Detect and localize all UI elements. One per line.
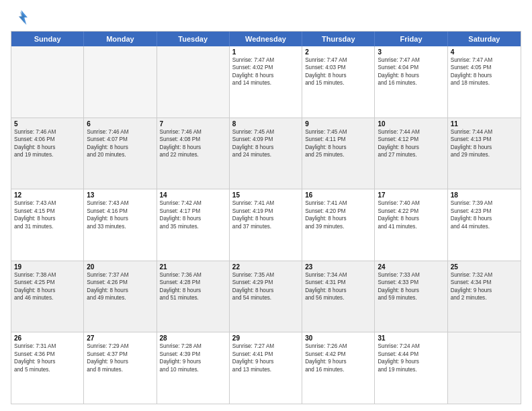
day-number: 13 bbox=[87, 191, 153, 199]
cell-info-line: and 29 minutes. bbox=[451, 151, 518, 158]
cell-info-line: Sunrise: 7:36 AM bbox=[160, 271, 226, 279]
cell-info-line: Sunset: 4:39 PM bbox=[160, 351, 226, 358]
cell-info-line: and 19 minutes. bbox=[14, 151, 81, 158]
day-number: 21 bbox=[160, 263, 226, 271]
day-number: 25 bbox=[451, 263, 518, 271]
calendar-header: SundayMondayTuesdayWednesdayThursdayFrid… bbox=[11, 32, 521, 46]
cell-info-line: Daylight: 8 hours bbox=[14, 287, 81, 294]
day-cell-21: 21Sunrise: 7:36 AMSunset: 4:28 PMDayligh… bbox=[157, 261, 230, 332]
cell-info-line: and 59 minutes. bbox=[378, 294, 444, 302]
page: SundayMondayTuesdayWednesdayThursdayFrid… bbox=[0, 0, 532, 411]
empty-cell bbox=[157, 46, 230, 118]
cell-info-line: and 16 minutes. bbox=[378, 79, 444, 87]
cell-info-line: and 41 minutes. bbox=[378, 223, 444, 230]
cell-info-line: Daylight: 8 hours bbox=[451, 72, 518, 79]
cell-info-line: Sunset: 4:44 PM bbox=[378, 351, 444, 358]
cell-info-line: Sunrise: 7:28 AM bbox=[160, 342, 226, 350]
cell-info-line: and 54 minutes. bbox=[232, 294, 299, 302]
cell-info-line: Sunset: 4:20 PM bbox=[305, 208, 371, 215]
cell-info-line: and 5 minutes. bbox=[14, 366, 81, 373]
cell-info-line: Daylight: 8 hours bbox=[232, 144, 299, 151]
day-cell-29: 29Sunrise: 7:27 AMSunset: 4:41 PMDayligh… bbox=[230, 332, 302, 404]
day-number: 6 bbox=[87, 120, 153, 128]
weekday-header-saturday: Saturday bbox=[448, 32, 521, 46]
day-number: 4 bbox=[451, 48, 518, 56]
day-cell-18: 18Sunrise: 7:39 AMSunset: 4:23 PMDayligh… bbox=[448, 189, 521, 261]
header bbox=[11, 8, 521, 27]
cell-info-line: Sunrise: 7:47 AM bbox=[378, 56, 444, 64]
cell-info-line: Sunrise: 7:33 AM bbox=[378, 271, 444, 279]
day-number: 23 bbox=[305, 263, 371, 271]
day-number: 30 bbox=[305, 334, 371, 342]
calendar-row-3: 19Sunrise: 7:38 AMSunset: 4:25 PMDayligh… bbox=[11, 261, 521, 332]
cell-info-line: Sunrise: 7:31 AM bbox=[14, 342, 81, 350]
cell-info-line: Sunrise: 7:44 AM bbox=[378, 128, 444, 136]
cell-info-line: Sunrise: 7:40 AM bbox=[378, 199, 444, 207]
day-cell-20: 20Sunrise: 7:37 AMSunset: 4:26 PMDayligh… bbox=[84, 261, 157, 332]
day-cell-1: 1Sunrise: 7:47 AMSunset: 4:02 PMDaylight… bbox=[230, 46, 302, 118]
cell-info-line: Daylight: 8 hours bbox=[232, 72, 299, 79]
cell-info-line: Sunrise: 7:47 AM bbox=[451, 56, 518, 64]
cell-info-line: Sunset: 4:19 PM bbox=[232, 208, 299, 215]
cell-info-line: Daylight: 8 hours bbox=[232, 287, 299, 294]
day-cell-15: 15Sunrise: 7:41 AMSunset: 4:19 PMDayligh… bbox=[230, 189, 302, 261]
cell-info-line: Sunset: 4:41 PM bbox=[232, 351, 299, 358]
day-cell-25: 25Sunrise: 7:32 AMSunset: 4:34 PMDayligh… bbox=[448, 261, 521, 332]
cell-info-line: and 33 minutes. bbox=[87, 223, 153, 230]
day-number: 16 bbox=[305, 191, 371, 199]
cell-info-line: Sunrise: 7:38 AM bbox=[14, 271, 81, 279]
calendar-row-2: 12Sunrise: 7:43 AMSunset: 4:15 PMDayligh… bbox=[11, 189, 521, 261]
cell-info-line: and 2 minutes. bbox=[451, 294, 518, 302]
cell-info-line: Sunset: 4:42 PM bbox=[305, 351, 371, 358]
cell-info-line: Sunrise: 7:39 AM bbox=[451, 199, 518, 207]
weekday-header-tuesday: Tuesday bbox=[157, 32, 230, 46]
day-number: 5 bbox=[14, 120, 81, 128]
cell-info-line: Daylight: 9 hours bbox=[232, 358, 299, 365]
calendar-row-0: 1Sunrise: 7:47 AMSunset: 4:02 PMDaylight… bbox=[11, 46, 521, 118]
day-cell-6: 6Sunrise: 7:46 AMSunset: 4:07 PMDaylight… bbox=[84, 118, 157, 189]
cell-info-line: and 44 minutes. bbox=[451, 223, 518, 230]
cell-info-line: Daylight: 8 hours bbox=[160, 144, 226, 151]
day-number: 24 bbox=[378, 263, 444, 271]
day-cell-31: 31Sunrise: 7:24 AMSunset: 4:44 PMDayligh… bbox=[375, 332, 447, 404]
cell-info-line: Sunrise: 7:43 AM bbox=[14, 199, 81, 207]
cell-info-line: and 15 minutes. bbox=[305, 79, 371, 87]
cell-info-line: Sunset: 4:33 PM bbox=[378, 279, 444, 286]
cell-info-line: Sunset: 4:11 PM bbox=[305, 136, 371, 143]
day-cell-10: 10Sunrise: 7:44 AMSunset: 4:12 PMDayligh… bbox=[375, 118, 447, 189]
day-number: 2 bbox=[305, 48, 371, 56]
cell-info-line: Daylight: 8 hours bbox=[378, 72, 444, 79]
day-number: 20 bbox=[87, 263, 153, 271]
cell-info-line: Daylight: 9 hours bbox=[87, 358, 153, 365]
weekday-header-monday: Monday bbox=[84, 32, 157, 46]
cell-info-line: Sunrise: 7:35 AM bbox=[232, 271, 299, 279]
cell-info-line: Daylight: 8 hours bbox=[451, 144, 518, 151]
cell-info-line: and 46 minutes. bbox=[14, 294, 81, 302]
cell-info-line: Daylight: 8 hours bbox=[451, 215, 518, 222]
day-number: 26 bbox=[14, 334, 81, 342]
cell-info-line: Sunset: 4:34 PM bbox=[451, 279, 518, 286]
day-cell-7: 7Sunrise: 7:46 AMSunset: 4:08 PMDaylight… bbox=[157, 118, 230, 189]
day-cell-13: 13Sunrise: 7:43 AMSunset: 4:16 PMDayligh… bbox=[84, 189, 157, 261]
day-number: 9 bbox=[305, 120, 371, 128]
cell-info-line: Daylight: 8 hours bbox=[87, 144, 153, 151]
cell-info-line: Sunset: 4:06 PM bbox=[14, 136, 81, 143]
day-cell-8: 8Sunrise: 7:45 AMSunset: 4:09 PMDaylight… bbox=[230, 118, 302, 189]
cell-info-line: Sunset: 4:12 PM bbox=[378, 136, 444, 143]
cell-info-line: Sunset: 4:37 PM bbox=[87, 351, 153, 358]
day-cell-27: 27Sunrise: 7:29 AMSunset: 4:37 PMDayligh… bbox=[84, 332, 157, 404]
cell-info-line: Sunrise: 7:42 AM bbox=[160, 199, 226, 207]
cell-info-line: Daylight: 9 hours bbox=[14, 358, 81, 365]
cell-info-line: and 20 minutes. bbox=[87, 151, 153, 158]
day-cell-23: 23Sunrise: 7:34 AMSunset: 4:31 PMDayligh… bbox=[302, 261, 375, 332]
cell-info-line: and 22 minutes. bbox=[160, 151, 226, 158]
cell-info-line: and 10 minutes. bbox=[160, 366, 226, 373]
cell-info-line: Sunset: 4:17 PM bbox=[160, 208, 226, 215]
day-number: 10 bbox=[378, 120, 444, 128]
cell-info-line: Sunset: 4:09 PM bbox=[232, 136, 299, 143]
cell-info-line: Sunrise: 7:45 AM bbox=[232, 128, 299, 136]
cell-info-line: Daylight: 8 hours bbox=[14, 144, 81, 151]
cell-info-line: Sunset: 4:28 PM bbox=[160, 279, 226, 286]
cell-info-line: Sunrise: 7:47 AM bbox=[232, 56, 299, 64]
cell-info-line: and 25 minutes. bbox=[305, 151, 371, 158]
